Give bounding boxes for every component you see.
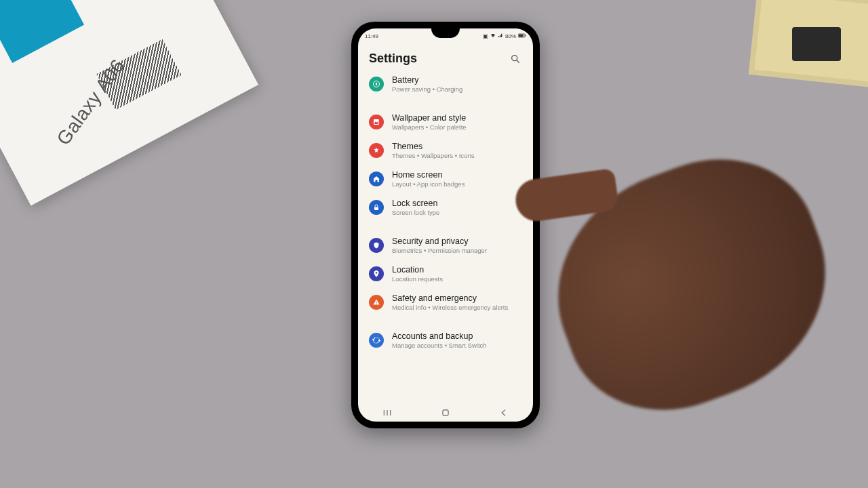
item-title: Home screen <box>392 170 465 180</box>
item-subtitle: Biometrics • Permission manager <box>392 247 487 254</box>
item-text: Home screenLayout • App icon badges <box>392 170 465 188</box>
section-gap <box>361 317 530 326</box>
item-title: Safety and emergency <box>392 293 508 303</box>
wifi-icon <box>490 33 496 39</box>
svg-point-10 <box>376 272 378 274</box>
section-gap <box>361 98 530 108</box>
svg-rect-13 <box>384 410 384 415</box>
item-subtitle: Power saving • Charging <box>392 85 462 93</box>
item-subtitle: Medical info • Wireless emergency alerts <box>392 304 508 311</box>
settings-item-lock[interactable]: Lock screenScreen lock type <box>361 193 530 222</box>
item-title: Accounts and backup <box>392 331 487 341</box>
item-subtitle: Themes • Wallpapers • Icons <box>392 152 474 159</box>
item-subtitle: Screen lock type <box>392 209 439 216</box>
svg-point-3 <box>512 55 517 60</box>
home-icon <box>369 171 384 186</box>
item-title: Lock screen <box>392 199 439 208</box>
svg-rect-12 <box>376 304 377 304</box>
section-gap <box>361 222 530 231</box>
nav-recents-button[interactable] <box>374 408 401 418</box>
settings-item-security[interactable]: Security and privacyBiometrics • Permiss… <box>361 231 530 260</box>
item-text: Security and privacyBiometrics • Permiss… <box>392 237 487 254</box>
security-icon <box>369 238 384 253</box>
nav-home-button[interactable] <box>432 408 459 418</box>
clamp <box>792 27 841 61</box>
item-text: Safety and emergencyMedical info • Wirel… <box>392 293 508 311</box>
svg-rect-9 <box>374 207 378 211</box>
item-subtitle: Manage accounts • Smart Switch <box>392 342 487 349</box>
settings-header: Settings <box>358 42 533 70</box>
svg-line-4 <box>517 60 519 62</box>
settings-item-accounts[interactable]: Accounts and backupManage accounts • Sma… <box>361 326 530 354</box>
item-subtitle: Location requests <box>392 275 443 283</box>
phone-frame: 11:49 ▣ 80% Settings <box>351 22 540 428</box>
item-text: Wallpaper and styleWallpapers • Color pa… <box>392 113 467 131</box>
item-text: ThemesThemes • Wallpapers • Icons <box>392 142 474 159</box>
page-title: Settings <box>369 52 417 66</box>
item-title: Battery <box>392 75 462 85</box>
item-subtitle: Layout • App icon badges <box>392 180 465 188</box>
settings-item-safety[interactable]: Safety and emergencyMedical info • Wirel… <box>361 288 530 317</box>
accounts-icon <box>369 333 384 348</box>
item-subtitle: Wallpapers • Color palette <box>392 123 467 131</box>
settings-item-wallpaper[interactable]: Wallpaper and styleWallpapers • Color pa… <box>361 108 530 136</box>
settings-list[interactable]: BatteryPower saving • ChargingWallpaper … <box>358 70 533 404</box>
svg-rect-1 <box>519 34 524 37</box>
item-title: Location <box>392 265 443 274</box>
settings-item-home[interactable]: Home screenLayout • App icon badges <box>361 165 530 193</box>
battery-text: 80% <box>505 33 516 39</box>
settings-item-themes[interactable]: ThemesThemes • Wallpapers • Icons <box>361 136 530 165</box>
item-title: Themes <box>392 142 474 151</box>
nfc-icon: ▣ <box>483 33 488 39</box>
signal-icon <box>498 33 503 39</box>
search-button[interactable] <box>509 52 522 66</box>
svg-rect-16 <box>443 410 448 415</box>
search-icon <box>510 54 521 64</box>
settings-item-battery[interactable]: BatteryPower saving • Charging <box>361 70 530 98</box>
android-nav-bar <box>358 404 533 422</box>
svg-rect-6 <box>376 83 377 85</box>
phone-screen: 11:49 ▣ 80% Settings <box>358 28 533 422</box>
lock-icon <box>369 200 384 215</box>
item-text: Lock screenScreen lock type <box>392 199 439 216</box>
item-text: LocationLocation requests <box>392 265 443 283</box>
wallpaper-icon <box>369 115 384 129</box>
themes-icon <box>369 143 384 158</box>
status-time: 11:49 <box>365 33 378 39</box>
item-text: BatteryPower saving • Charging <box>392 75 462 93</box>
svg-rect-2 <box>525 35 526 37</box>
nav-back-button[interactable] <box>490 408 517 418</box>
item-text: Accounts and backupManage accounts • Sma… <box>392 331 487 349</box>
item-title: Wallpaper and style <box>392 113 467 123</box>
battery-icon <box>369 77 384 92</box>
item-title: Security and privacy <box>392 237 487 246</box>
svg-rect-11 <box>376 302 377 304</box>
svg-rect-15 <box>390 410 391 415</box>
status-right: ▣ 80% <box>483 33 526 39</box>
location-icon <box>369 266 384 281</box>
settings-item-location[interactable]: LocationLocation requests <box>361 260 530 288</box>
safety-icon <box>369 295 384 310</box>
battery-icon <box>518 33 526 39</box>
svg-rect-14 <box>387 410 387 415</box>
